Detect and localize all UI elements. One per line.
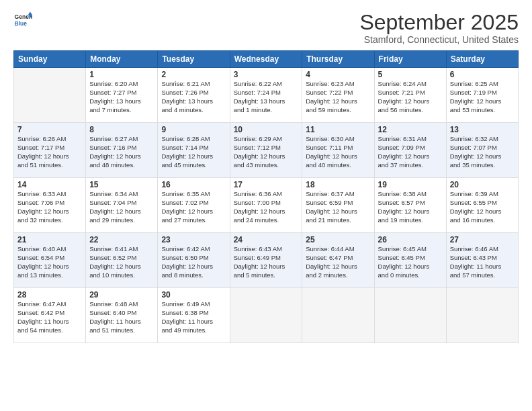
table-row: 9Sunrise: 6:28 AM Sunset: 7:14 PM Daylig… <box>158 123 230 178</box>
day-info: Sunrise: 6:33 AM Sunset: 7:06 PM Dayligh… <box>17 190 82 224</box>
table-row: 16Sunrise: 6:35 AM Sunset: 7:02 PM Dayli… <box>158 178 230 233</box>
calendar-week-row: 21Sunrise: 6:40 AM Sunset: 6:54 PM Dayli… <box>14 233 519 288</box>
day-info: Sunrise: 6:22 AM Sunset: 7:24 PM Dayligh… <box>234 80 299 114</box>
calendar-week-row: 7Sunrise: 6:26 AM Sunset: 7:17 PM Daylig… <box>14 123 519 178</box>
day-number: 25 <box>306 235 370 244</box>
day-number: 4 <box>306 70 370 79</box>
calendar-header-row: Sunday Monday Tuesday Wednesday Thursday… <box>14 51 519 68</box>
day-number: 10 <box>234 125 299 134</box>
calendar-week-row: 1Sunrise: 6:20 AM Sunset: 7:27 PM Daylig… <box>14 68 519 123</box>
day-info: Sunrise: 6:27 AM Sunset: 7:16 PM Dayligh… <box>89 135 154 169</box>
day-number: 8 <box>89 125 154 134</box>
day-number: 20 <box>450 180 515 189</box>
day-number: 15 <box>89 180 154 189</box>
col-thursday: Thursday <box>302 51 374 68</box>
table-row: 23Sunrise: 6:42 AM Sunset: 6:50 PM Dayli… <box>158 233 230 288</box>
table-row <box>302 288 374 343</box>
day-info: Sunrise: 6:37 AM Sunset: 6:59 PM Dayligh… <box>306 190 370 224</box>
day-number: 11 <box>306 125 370 134</box>
day-info: Sunrise: 6:40 AM Sunset: 6:54 PM Dayligh… <box>17 245 82 279</box>
day-info: Sunrise: 6:48 AM Sunset: 6:40 PM Dayligh… <box>89 300 154 334</box>
day-info: Sunrise: 6:42 AM Sunset: 6:50 PM Dayligh… <box>161 245 226 279</box>
table-row: 20Sunrise: 6:39 AM Sunset: 6:55 PM Dayli… <box>446 178 518 233</box>
col-friday: Friday <box>374 51 446 68</box>
table-row: 5Sunrise: 6:24 AM Sunset: 7:21 PM Daylig… <box>374 68 446 123</box>
table-row: 2Sunrise: 6:21 AM Sunset: 7:26 PM Daylig… <box>158 68 230 123</box>
day-number: 17 <box>234 180 299 189</box>
table-row: 29Sunrise: 6:48 AM Sunset: 6:40 PM Dayli… <box>86 288 158 343</box>
day-info: Sunrise: 6:35 AM Sunset: 7:02 PM Dayligh… <box>161 190 226 224</box>
col-monday: Monday <box>86 51 158 68</box>
table-row: 11Sunrise: 6:30 AM Sunset: 7:11 PM Dayli… <box>302 123 374 178</box>
col-sunday: Sunday <box>14 51 86 68</box>
table-row <box>14 68 86 123</box>
table-row: 18Sunrise: 6:37 AM Sunset: 6:59 PM Dayli… <box>302 178 374 233</box>
day-info: Sunrise: 6:23 AM Sunset: 7:22 PM Dayligh… <box>306 80 370 114</box>
svg-text:Blue: Blue <box>15 20 28 27</box>
table-row: 22Sunrise: 6:41 AM Sunset: 6:52 PM Dayli… <box>86 233 158 288</box>
day-info: Sunrise: 6:24 AM Sunset: 7:21 PM Dayligh… <box>378 80 443 114</box>
day-info: Sunrise: 6:41 AM Sunset: 6:52 PM Dayligh… <box>89 245 154 279</box>
day-info: Sunrise: 6:29 AM Sunset: 7:12 PM Dayligh… <box>234 135 299 169</box>
day-info: Sunrise: 6:34 AM Sunset: 7:04 PM Dayligh… <box>89 190 154 224</box>
day-number: 2 <box>161 70 226 79</box>
title-area: September 2025 Stamford, Connecticut, Un… <box>359 11 519 45</box>
day-number: 18 <box>306 180 370 189</box>
day-info: Sunrise: 6:45 AM Sunset: 6:45 PM Dayligh… <box>378 245 443 279</box>
day-info: Sunrise: 6:30 AM Sunset: 7:11 PM Dayligh… <box>306 135 370 169</box>
table-row: 10Sunrise: 6:29 AM Sunset: 7:12 PM Dayli… <box>230 123 302 178</box>
day-number: 29 <box>89 290 154 300</box>
day-info: Sunrise: 6:20 AM Sunset: 7:27 PM Dayligh… <box>89 80 154 114</box>
day-number: 5 <box>378 70 443 79</box>
day-number: 16 <box>161 180 226 189</box>
day-number: 1 <box>89 70 154 79</box>
table-row: 25Sunrise: 6:44 AM Sunset: 6:47 PM Dayli… <box>302 233 374 288</box>
table-row: 15Sunrise: 6:34 AM Sunset: 7:04 PM Dayli… <box>86 178 158 233</box>
col-tuesday: Tuesday <box>158 51 230 68</box>
table-row: 6Sunrise: 6:25 AM Sunset: 7:19 PM Daylig… <box>446 68 518 123</box>
table-row: 27Sunrise: 6:46 AM Sunset: 6:43 PM Dayli… <box>446 233 518 288</box>
calendar-week-row: 14Sunrise: 6:33 AM Sunset: 7:06 PM Dayli… <box>14 178 519 233</box>
logo-icon: General Blue <box>13 11 32 30</box>
location-subtitle: Stamford, Connecticut, United States <box>359 34 519 45</box>
day-number: 30 <box>161 290 226 300</box>
table-row: 24Sunrise: 6:43 AM Sunset: 6:49 PM Dayli… <box>230 233 302 288</box>
day-number: 21 <box>17 235 82 244</box>
day-number: 24 <box>234 235 299 244</box>
table-row <box>374 288 446 343</box>
day-info: Sunrise: 6:26 AM Sunset: 7:17 PM Dayligh… <box>17 135 82 169</box>
table-row <box>446 288 518 343</box>
table-row <box>230 288 302 343</box>
table-row: 19Sunrise: 6:38 AM Sunset: 6:57 PM Dayli… <box>374 178 446 233</box>
day-info: Sunrise: 6:36 AM Sunset: 7:00 PM Dayligh… <box>234 190 299 224</box>
logo: General Blue <box>13 11 32 30</box>
day-number: 28 <box>17 290 82 300</box>
day-number: 23 <box>161 235 226 244</box>
table-row: 17Sunrise: 6:36 AM Sunset: 7:00 PM Dayli… <box>230 178 302 233</box>
day-number: 19 <box>378 180 443 189</box>
table-row: 1Sunrise: 6:20 AM Sunset: 7:27 PM Daylig… <box>86 68 158 123</box>
day-number: 6 <box>450 70 515 79</box>
month-title: September 2025 <box>359 11 519 34</box>
day-info: Sunrise: 6:38 AM Sunset: 6:57 PM Dayligh… <box>378 190 443 224</box>
table-row: 8Sunrise: 6:27 AM Sunset: 7:16 PM Daylig… <box>86 123 158 178</box>
col-wednesday: Wednesday <box>230 51 302 68</box>
calendar-week-row: 28Sunrise: 6:47 AM Sunset: 6:42 PM Dayli… <box>14 288 519 343</box>
day-info: Sunrise: 6:46 AM Sunset: 6:43 PM Dayligh… <box>450 245 515 279</box>
day-info: Sunrise: 6:21 AM Sunset: 7:26 PM Dayligh… <box>161 80 226 114</box>
table-row: 14Sunrise: 6:33 AM Sunset: 7:06 PM Dayli… <box>14 178 86 233</box>
table-row: 26Sunrise: 6:45 AM Sunset: 6:45 PM Dayli… <box>374 233 446 288</box>
day-info: Sunrise: 6:47 AM Sunset: 6:42 PM Dayligh… <box>17 300 82 334</box>
col-saturday: Saturday <box>446 51 518 68</box>
table-row: 21Sunrise: 6:40 AM Sunset: 6:54 PM Dayli… <box>14 233 86 288</box>
day-info: Sunrise: 6:28 AM Sunset: 7:14 PM Dayligh… <box>161 135 226 169</box>
day-number: 3 <box>234 70 299 79</box>
day-info: Sunrise: 6:49 AM Sunset: 6:38 PM Dayligh… <box>161 300 226 334</box>
calendar-table: Sunday Monday Tuesday Wednesday Thursday… <box>13 50 519 343</box>
day-number: 14 <box>17 180 82 189</box>
day-info: Sunrise: 6:43 AM Sunset: 6:49 PM Dayligh… <box>234 245 299 279</box>
day-number: 7 <box>17 125 82 134</box>
day-number: 22 <box>89 235 154 244</box>
table-row: 4Sunrise: 6:23 AM Sunset: 7:22 PM Daylig… <box>302 68 374 123</box>
day-number: 26 <box>378 235 443 244</box>
